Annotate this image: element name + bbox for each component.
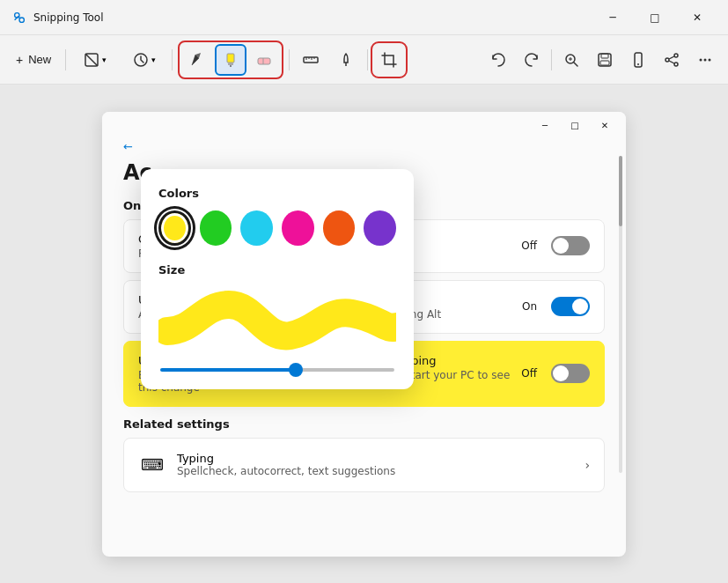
ruler-icon xyxy=(302,51,320,69)
phone-icon xyxy=(629,51,647,69)
toggle-thumb-1 xyxy=(553,238,569,254)
svg-line-32 xyxy=(669,61,674,63)
highlighter-tool-button[interactable] xyxy=(215,44,246,76)
inner-minimize-button[interactable]: ─ xyxy=(531,115,559,137)
scrollbar-thumb[interactable] xyxy=(619,156,622,226)
close-button[interactable]: ✕ xyxy=(677,4,717,32)
crop-icon xyxy=(380,51,398,69)
content-area: ─ □ ✕ ← Ac On-s O Pr ke Off xyxy=(0,85,728,583)
svg-rect-13 xyxy=(304,57,318,63)
snip-icon xyxy=(83,51,100,69)
save-icon xyxy=(596,51,614,69)
color-swatch-green[interactable] xyxy=(200,210,232,246)
svg-point-30 xyxy=(674,63,678,66)
svg-line-5 xyxy=(85,54,98,66)
toggle-thumb-printscreen xyxy=(553,365,569,381)
color-swatch-pink[interactable] xyxy=(282,210,314,246)
color-swatches xyxy=(158,210,396,246)
toggle-thumb-underline xyxy=(572,299,588,314)
eraser-tool-button[interactable] xyxy=(248,44,280,76)
back-icon: ← xyxy=(123,140,133,153)
more-button[interactable] xyxy=(689,44,721,76)
separator-4 xyxy=(367,49,368,70)
share-button[interactable] xyxy=(656,44,688,76)
typing-title: Typing xyxy=(177,452,574,465)
new-button[interactable]: + New xyxy=(7,48,60,72)
scrollbar-track[interactable] xyxy=(619,156,622,473)
toggle-wrapper-printscreen: Off xyxy=(521,364,590,383)
highlighter-icon xyxy=(222,51,239,69)
typing-icon: ⌨ xyxy=(138,451,166,479)
size-slider-container xyxy=(158,368,396,372)
new-label: New xyxy=(28,53,51,66)
svg-point-29 xyxy=(665,58,669,62)
svg-point-27 xyxy=(637,63,639,65)
svg-line-20 xyxy=(574,63,577,66)
svg-rect-9 xyxy=(228,63,233,65)
svg-point-33 xyxy=(700,58,702,61)
touch-icon xyxy=(337,51,355,69)
brush-stroke-svg xyxy=(158,287,396,358)
pen-tool-button[interactable] xyxy=(181,44,213,76)
back-button[interactable]: ← xyxy=(123,140,605,153)
toggle-wrapper-1: Off xyxy=(521,236,590,255)
svg-point-28 xyxy=(674,54,678,57)
zoom-button[interactable] xyxy=(555,44,587,76)
app-title: Snipping Tool xyxy=(33,11,103,24)
zoom-icon xyxy=(563,51,580,69)
toggle-printscreen[interactable] xyxy=(551,364,590,383)
toggle-label-underline: On xyxy=(522,300,537,313)
toggle-label-printscreen: Off xyxy=(521,367,537,380)
more-icon xyxy=(696,51,714,69)
typing-desc: Spellcheck, autocorrect, text suggestion… xyxy=(177,465,574,477)
size-slider-track[interactable] xyxy=(160,368,394,372)
inner-maximize-button[interactable]: □ xyxy=(561,115,589,137)
crop-button[interactable] xyxy=(373,44,405,76)
maximize-button[interactable]: □ xyxy=(635,4,675,32)
size-slider-thumb[interactable] xyxy=(289,363,303,377)
drawing-tools-group xyxy=(178,41,283,79)
redo-button[interactable] xyxy=(516,44,548,76)
snip-mode-button[interactable]: ▾ xyxy=(71,44,117,76)
svg-point-35 xyxy=(709,58,711,61)
title-bar: Snipping Tool ─ □ ✕ xyxy=(0,0,728,35)
related-settings-section: Related settings ⌨ Typing Spellcheck, au… xyxy=(123,417,605,492)
color-swatch-orange[interactable] xyxy=(323,210,356,246)
svg-line-31 xyxy=(669,56,674,59)
save-button[interactable] xyxy=(589,44,621,76)
redo-icon xyxy=(523,51,540,69)
separator-1 xyxy=(65,49,66,70)
separator-2 xyxy=(172,49,173,70)
separator-3 xyxy=(289,49,290,70)
pen-icon xyxy=(188,51,206,69)
history-button[interactable]: ▾ xyxy=(121,44,166,76)
color-swatch-purple[interactable] xyxy=(364,210,396,246)
history-icon xyxy=(132,51,150,69)
toggle-wrapper-underline: On xyxy=(522,297,590,316)
color-swatch-cyan[interactable] xyxy=(240,210,273,246)
undo-button[interactable] xyxy=(482,44,514,76)
color-swatch-yellow[interactable] xyxy=(158,210,191,246)
typing-info: Typing Spellcheck, autocorrect, text sug… xyxy=(177,452,574,477)
svg-line-2 xyxy=(19,17,20,18)
typing-related-item[interactable]: ⌨ Typing Spellcheck, autocorrect, text s… xyxy=(123,438,605,492)
separator-5 xyxy=(551,49,552,70)
color-picker-popup: Colors Size xyxy=(141,169,414,389)
touch-button[interactable] xyxy=(330,44,362,76)
minimize-button[interactable]: ─ xyxy=(592,4,633,32)
history-dropdown-arrow: ▾ xyxy=(151,55,156,64)
inner-title-bar: ─ □ ✕ xyxy=(102,112,626,140)
toggle-underline[interactable] xyxy=(551,297,590,316)
ruler-button[interactable] xyxy=(295,44,327,76)
app-icon xyxy=(11,9,28,26)
share-icon xyxy=(663,51,680,69)
new-icon: + xyxy=(16,53,23,67)
toggle-1[interactable] xyxy=(551,236,590,255)
svg-point-1 xyxy=(19,18,24,22)
typing-chevron: › xyxy=(585,458,590,472)
eraser-icon xyxy=(255,51,273,69)
colors-title: Colors xyxy=(158,187,396,200)
phone-button[interactable] xyxy=(622,44,654,76)
brush-preview xyxy=(158,287,396,358)
inner-close-button[interactable]: ✕ xyxy=(591,115,619,137)
